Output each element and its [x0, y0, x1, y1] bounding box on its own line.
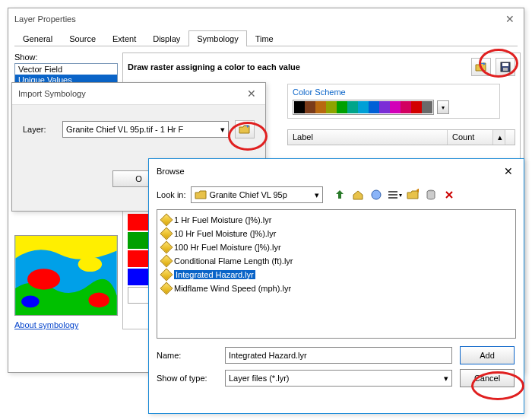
- tab-source[interactable]: Source: [61, 30, 104, 46]
- show-item[interactable]: Vector Field: [15, 64, 117, 75]
- folder-open-icon: [475, 61, 487, 73]
- close-icon[interactable]: ✕: [244, 88, 259, 100]
- color-scheme-label: Color Scheme: [293, 88, 495, 97]
- file-name: 100 Hr Fuel Moisture (]%).lyr: [174, 243, 281, 252]
- legend-swatch: [128, 250, 149, 267]
- layer-combo-value: Granite Chief VL 95p.tif - 1 Hr F: [66, 125, 183, 134]
- globe-icon: [370, 189, 382, 201]
- lookin-value: Granite Chief VL 95p: [210, 190, 312, 199]
- database-icon: [425, 189, 437, 201]
- svg-rect-10: [388, 194, 397, 196]
- file-name: Integrated Hazard.lyr: [174, 270, 255, 279]
- file-name: 10 Hr Fuel Moisture (]%).lyr: [174, 229, 276, 238]
- symbol-table-header: Label Count ▴: [287, 129, 515, 145]
- legend-swatch: [128, 232, 149, 249]
- svg-rect-9: [388, 191, 397, 192]
- home-icon: [352, 189, 364, 201]
- import-symbology-titlebar: Import Symbology ✕: [12, 83, 265, 105]
- file-name: Conditional Flame Length (ft).lyr: [174, 256, 293, 266]
- tab-time[interactable]: Time: [247, 30, 282, 46]
- layer-file-icon: [160, 255, 173, 268]
- legend-swatch: [128, 214, 149, 231]
- arrow-up-icon: [334, 189, 346, 201]
- color-scheme-swatches[interactable]: [293, 100, 434, 115]
- color-scheme-group: Color Scheme ▾: [287, 84, 500, 119]
- color-scheme-dropdown[interactable]: ▾: [437, 100, 449, 114]
- svg-rect-11: [388, 197, 397, 199]
- color-swatch: [369, 101, 379, 113]
- browse-dialog: Browse ✕ Look in: Granite Chief VL 95p ▾…: [148, 158, 524, 414]
- color-swatch: [315, 101, 326, 113]
- color-swatch: [358, 101, 369, 113]
- up-folder-button[interactable]: [332, 187, 347, 202]
- tab-symbology[interactable]: Symbology: [188, 30, 246, 46]
- add-connection-button[interactable]: [423, 187, 439, 202]
- new-folder-button[interactable]: ✦: [405, 187, 420, 202]
- color-swatch: [326, 101, 337, 113]
- dialog-title: Browse: [157, 167, 185, 176]
- layer-file-icon: [160, 228, 173, 240]
- connect-folder-button[interactable]: [369, 187, 384, 202]
- layer-file-icon: [160, 241, 173, 254]
- close-icon[interactable]: ✕: [502, 13, 518, 25]
- home-button[interactable]: [350, 187, 366, 202]
- color-swatch: [347, 101, 358, 113]
- col-label[interactable]: Label: [288, 130, 448, 145]
- chevron-down-icon: ▾: [399, 192, 402, 199]
- name-input[interactable]: [225, 347, 452, 364]
- tab-display[interactable]: Display: [144, 30, 188, 46]
- file-item[interactable]: 100 Hr Fuel Moisture (]%).lyr: [160, 240, 512, 254]
- delete-icon: [443, 189, 455, 201]
- layer-file-icon: [160, 269, 173, 282]
- type-combo[interactable]: Layer files (*.lyr) ▾: [225, 370, 452, 387]
- delete-button[interactable]: [442, 187, 457, 202]
- svg-text:✦: ✦: [415, 189, 419, 195]
- svg-point-1: [27, 269, 60, 289]
- file-item[interactable]: Conditional Flame Length (ft).lyr: [160, 254, 512, 268]
- tab-general[interactable]: General: [14, 30, 61, 46]
- type-value: Layer files (*.lyr): [229, 374, 289, 383]
- svg-point-8: [372, 190, 381, 199]
- color-swatch: [337, 101, 347, 113]
- close-icon[interactable]: ✕: [501, 165, 516, 177]
- color-swatch: [305, 101, 315, 113]
- file-item[interactable]: Midflame Wind Speed (mph).lyr: [160, 282, 512, 295]
- draw-caption: Draw raster assigning a color to each va…: [128, 62, 467, 72]
- color-swatch: [401, 101, 411, 113]
- lookin-combo[interactable]: Granite Chief VL 95p ▾: [191, 186, 323, 203]
- show-label: Show:: [14, 52, 118, 62]
- file-item[interactable]: 10 Hr Fuel Moisture (]%).lyr: [160, 227, 512, 240]
- browse-layer-button[interactable]: [235, 120, 255, 138]
- import-symbology-button[interactable]: [471, 58, 491, 76]
- legend-swatch: [128, 269, 149, 285]
- layer-combo[interactable]: Granite Chief VL 95p.tif - 1 Hr F ▾: [62, 121, 229, 138]
- col-count[interactable]: Count: [448, 130, 493, 145]
- symbology-preview: [14, 235, 118, 316]
- file-item[interactable]: Integrated Hazard.lyr: [160, 268, 512, 282]
- dialog-title: Import Symbology: [18, 89, 86, 98]
- svg-rect-7: [503, 68, 508, 71]
- layer-file-icon: [160, 282, 173, 295]
- tabs: General Source Extent Display Symbology …: [14, 30, 518, 46]
- color-swatch: [379, 101, 390, 113]
- browse-titlebar: Browse ✕: [149, 159, 524, 183]
- svg-rect-6: [502, 63, 508, 66]
- color-swatch: [411, 101, 422, 113]
- color-swatch: [422, 101, 432, 113]
- file-name: 1 Hr Fuel Moisture (]%).lyr: [174, 215, 271, 224]
- scroll-up-icon[interactable]: ▴: [493, 130, 505, 145]
- file-item[interactable]: 1 Hr Fuel Moisture (]%).lyr: [160, 213, 512, 227]
- about-symbology-link[interactable]: About symbology: [14, 320, 78, 329]
- save-icon: [499, 61, 511, 73]
- layer-label: Layer:: [23, 125, 56, 134]
- list-view-button[interactable]: ▾: [387, 187, 402, 202]
- cancel-button[interactable]: Cancel: [460, 369, 515, 387]
- chevron-down-icon: ▾: [444, 374, 448, 383]
- file-list[interactable]: 1 Hr Fuel Moisture (]%).lyr10 Hr Fuel Mo…: [157, 209, 516, 339]
- folder-icon: [195, 189, 207, 201]
- tab-extent[interactable]: Extent: [104, 30, 144, 46]
- color-swatch: [390, 101, 401, 113]
- add-button[interactable]: Add: [460, 346, 515, 364]
- name-label: Name:: [157, 351, 217, 360]
- save-symbology-button[interactable]: [496, 58, 515, 76]
